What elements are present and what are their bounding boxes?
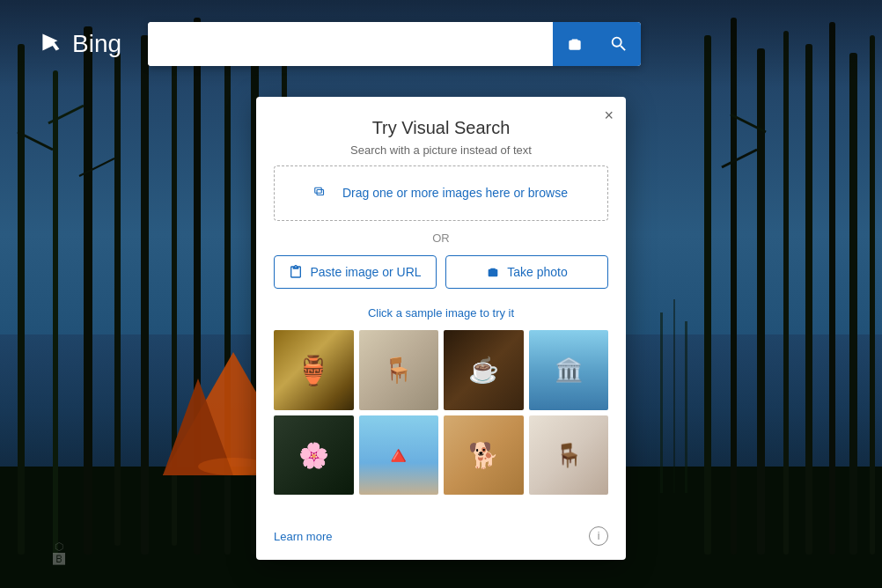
sample-image-grid [274, 330, 608, 495]
paste-icon [289, 265, 303, 279]
take-photo-icon [486, 265, 500, 279]
visual-search-modal: Try Visual Search Search with a picture … [256, 97, 626, 560]
info-button[interactable]: i [589, 526, 608, 546]
sample-image-dog[interactable] [444, 415, 524, 496]
sample-image-chair[interactable] [529, 415, 609, 496]
paste-button-label: Paste image or URL [310, 265, 421, 279]
modal-close-button[interactable]: × [604, 107, 614, 123]
sample-image-vase[interactable] [274, 330, 354, 410]
modal-subtitle: Search with a picture instead of text [277, 143, 605, 157]
drop-zone-icon [314, 186, 337, 200]
sample-image-coffee[interactable] [444, 330, 524, 410]
svg-rect-38 [315, 188, 322, 194]
info-icon-text: i [598, 530, 600, 542]
action-buttons: Paste image or URL Take photo [274, 255, 608, 289]
or-divider: OR [274, 232, 608, 245]
sample-image-louvre[interactable] [359, 415, 439, 496]
sample-image-opera[interactable] [529, 330, 609, 410]
sample-image-room[interactable] [359, 330, 439, 410]
modal-footer: Learn more i [256, 523, 626, 560]
sample-image-flower[interactable] [274, 415, 354, 496]
take-photo-button[interactable]: Take photo [445, 255, 608, 289]
modal-body: Drag one or more images here or browse O… [256, 165, 626, 523]
paste-image-button[interactable]: Paste image or URL [274, 255, 437, 289]
learn-more-link[interactable]: Learn more [274, 530, 332, 543]
sample-images-label: Click a sample image to try it [274, 306, 608, 320]
take-photo-label: Take photo [507, 265, 568, 279]
drag-drop-icon [314, 187, 330, 201]
browse-link[interactable]: browse [528, 186, 568, 200]
modal-overlay: Try Visual Search Search with a picture … [0, 0, 882, 588]
svg-rect-39 [317, 190, 324, 195]
modal-title: Try Visual Search [277, 118, 605, 138]
drop-zone[interactable]: Drag one or more images here or browse [274, 165, 608, 221]
modal-header: Try Visual Search Search with a picture … [256, 97, 626, 165]
drop-zone-text: Drag one or more images here or [342, 186, 528, 200]
